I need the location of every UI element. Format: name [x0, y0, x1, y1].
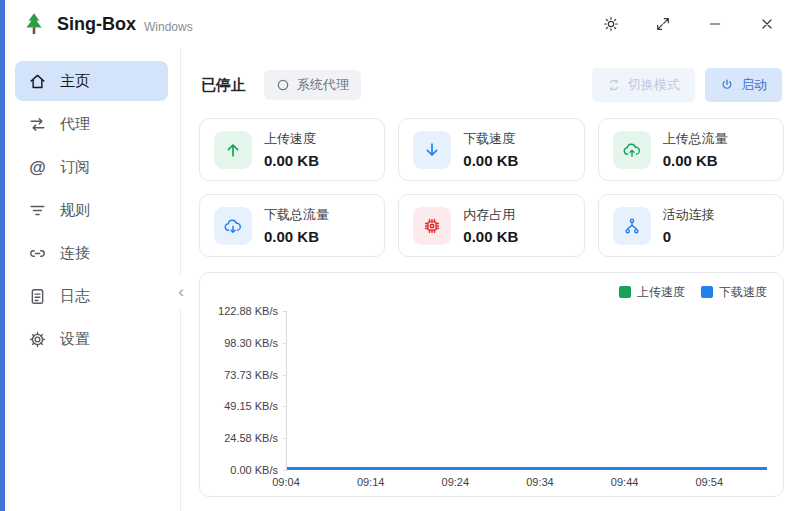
sidebar-item-home[interactable]: 主页 [15, 61, 168, 101]
start-label: 启动 [741, 76, 767, 94]
home-icon [28, 72, 47, 91]
chart-x-axis: 09:04 09:14 09:24 09:34 09:44 09:54 [286, 470, 767, 490]
x-tick-label: 09:54 [696, 476, 724, 488]
chart-legend: 上传速度 下载速度 [210, 283, 767, 301]
proxy-swap-icon [28, 115, 47, 134]
switch-mode-button[interactable]: 切换模式 [592, 68, 695, 102]
y-tick-label: 73.73 KB/s [224, 369, 278, 381]
chart-y-axis: 122.88 KB/s 98.30 KB/s 73.73 KB/s 49.15 … [210, 311, 286, 470]
stat-value: 0.00 KB [264, 228, 329, 245]
y-tick-label: 24.58 KB/s [224, 432, 278, 444]
legend-swatch-blue [701, 286, 713, 298]
chart-body: 122.88 KB/s 98.30 KB/s 73.73 KB/s 49.15 … [210, 311, 767, 470]
legend-label: 下载速度 [719, 284, 767, 301]
app-title: Sing-Box [57, 14, 136, 35]
stat-value: 0.00 KB [463, 228, 518, 245]
stat-card-active-connections: 活动连接 0 [598, 194, 784, 257]
stat-label: 上传速度 [264, 130, 319, 148]
legend-item-download[interactable]: 下载速度 [701, 284, 767, 301]
minimize-button[interactable] [698, 7, 732, 41]
traffic-chart-panel: 上传速度 下载速度 122.88 KB/s 98.30 KB/s 73.73 K… [199, 272, 784, 497]
legend-label: 上传速度 [637, 284, 685, 301]
memory-chip-icon [413, 207, 451, 245]
axis-tick [283, 438, 287, 439]
sidebar-item-settings[interactable]: 设置 [15, 319, 168, 359]
stat-card-download-total: 下载总流量 0.00 KB [199, 194, 385, 257]
sidebar-item-rules[interactable]: 规则 [15, 190, 168, 230]
network-fork-icon [613, 207, 651, 245]
titlebar: Sing-Box Windows [5, 0, 800, 48]
stat-card-memory: 内存占用 0.00 KB [398, 194, 584, 257]
chart-plot-area [286, 311, 767, 470]
expand-window-button[interactable] [646, 7, 680, 41]
x-tick-label: 09:04 [272, 476, 300, 488]
stat-label: 下载总流量 [264, 206, 329, 224]
axis-tick [283, 343, 287, 344]
sidebar-item-connections[interactable]: 连接 [15, 233, 168, 273]
sidebar-item-label: 订阅 [60, 158, 90, 177]
stat-card-upload-total: 上传总流量 0.00 KB [598, 118, 784, 181]
minimize-icon [707, 16, 723, 32]
status-header: 已停止 系统代理 切换模式 [201, 68, 782, 102]
cloud-upload-icon [613, 131, 651, 169]
x-tick-label: 09:24 [442, 476, 470, 488]
start-button[interactable]: 启动 [705, 68, 782, 102]
y-tick-label: 122.88 KB/s [218, 305, 278, 317]
y-tick-label: 49.15 KB/s [224, 400, 278, 412]
connection-status-text: 已停止 [201, 76, 246, 95]
close-icon [759, 16, 775, 32]
legend-item-upload[interactable]: 上传速度 [619, 284, 685, 301]
settings-gear-icon [28, 330, 47, 349]
sidebar-item-label: 代理 [60, 115, 90, 134]
circle-status-icon [276, 78, 290, 92]
stats-grid: 上传速度 0.00 KB 下载速度 0.00 KB [199, 118, 784, 257]
sidebar-item-label: 规则 [60, 201, 90, 220]
sidebar-collapse-handle[interactable]: ‹ [172, 274, 190, 310]
subscription-at-icon: @ [28, 158, 47, 177]
refresh-icon [607, 78, 621, 92]
sidebar-item-label: 连接 [60, 244, 90, 263]
arrow-up-icon [214, 131, 252, 169]
close-button[interactable] [750, 7, 784, 41]
app-window: Sing-Box Windows [0, 0, 800, 511]
x-tick-label: 09:14 [357, 476, 385, 488]
y-tick-label: 98.30 KB/s [224, 337, 278, 349]
app-platform-label: Windows [144, 20, 193, 34]
power-icon [720, 78, 734, 92]
legend-swatch-green [619, 286, 631, 298]
theme-toggle-button[interactable] [594, 7, 628, 41]
sidebar-item-label: 主页 [60, 72, 90, 91]
theme-sun-icon [603, 16, 619, 32]
sidebar-item-subscription[interactable]: @ 订阅 [15, 147, 168, 187]
axis-tick [283, 375, 287, 376]
connections-link-icon [28, 244, 47, 263]
body-row: 主页 代理 @ 订阅 规则 连接 [5, 48, 800, 511]
stat-value: 0.00 KB [463, 152, 518, 169]
stat-value: 0.00 KB [264, 152, 319, 169]
x-tick-label: 09:44 [611, 476, 639, 488]
y-tick-label: 0.00 KB/s [230, 464, 278, 476]
stat-value: 0.00 KB [663, 152, 728, 169]
sidebar-item-proxy[interactable]: 代理 [15, 104, 168, 144]
arrow-down-icon [413, 131, 451, 169]
stat-value: 0 [663, 228, 715, 245]
system-proxy-badge[interactable]: 系统代理 [264, 70, 361, 100]
axis-tick [283, 311, 287, 312]
system-proxy-label: 系统代理 [297, 76, 349, 94]
x-tick-label: 09:34 [526, 476, 554, 488]
switch-mode-label: 切换模式 [628, 76, 680, 94]
stat-card-download-speed: 下载速度 0.00 KB [398, 118, 584, 181]
cloud-download-icon [214, 207, 252, 245]
sidebar-item-logs[interactable]: 日志 [15, 276, 168, 316]
main-content: 已停止 系统代理 切换模式 [181, 48, 800, 511]
stat-label: 上传总流量 [663, 130, 728, 148]
sidebar: 主页 代理 @ 订阅 规则 连接 [5, 48, 181, 511]
stat-label: 活动连接 [663, 206, 715, 224]
rules-filter-icon [28, 201, 47, 220]
stat-card-upload-speed: 上传速度 0.00 KB [199, 118, 385, 181]
sidebar-item-label: 日志 [60, 287, 90, 306]
stat-label: 下载速度 [463, 130, 518, 148]
chevron-left-icon: ‹ [178, 282, 184, 302]
app-logo-tree-icon [21, 11, 47, 37]
logs-document-icon [28, 287, 47, 306]
